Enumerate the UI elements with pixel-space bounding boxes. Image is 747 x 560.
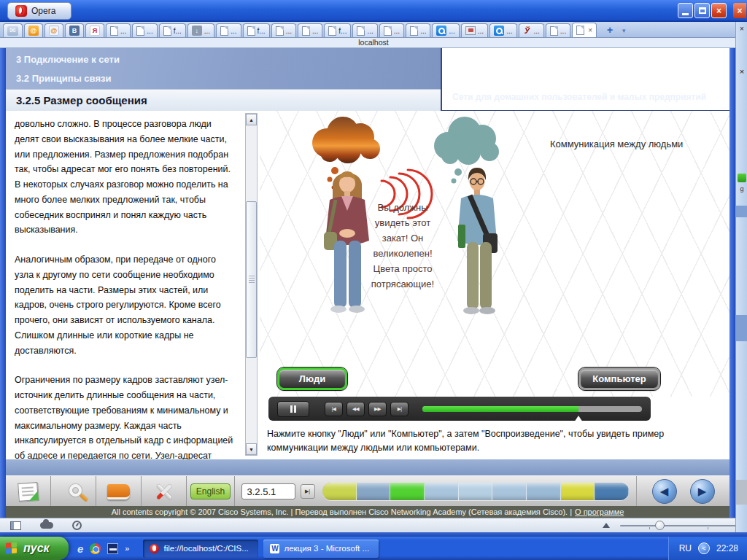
browser-tab[interactable]: ... xyxy=(546,23,570,37)
hide-icons-button[interactable]: < xyxy=(698,542,710,554)
clock[interactable]: 22:28 xyxy=(716,543,738,553)
step-back-button[interactable]: |◀ xyxy=(325,402,343,416)
language-button[interactable]: English xyxy=(190,483,231,499)
zoom-slider[interactable] xyxy=(620,521,737,531)
progress-segment[interactable] xyxy=(492,483,527,500)
new-tab-button[interactable]: + xyxy=(600,23,619,37)
scroll-down-button[interactable]: ▼ xyxy=(246,443,257,455)
zoom-slider-track[interactable] xyxy=(620,525,737,526)
language-indicator[interactable]: RU xyxy=(679,543,692,553)
close-button[interactable]: × xyxy=(711,3,727,18)
next-page-button[interactable]: ▶ xyxy=(690,479,715,504)
step-forward-button[interactable]: ▶| xyxy=(390,402,409,416)
tab-list-dropdown-icon[interactable]: ▾ xyxy=(622,27,626,37)
progress-segment[interactable] xyxy=(561,483,595,500)
browser-tab[interactable]: ✉ xyxy=(3,23,23,37)
browser-tab[interactable]: @ xyxy=(44,23,63,37)
maximize-button[interactable] xyxy=(694,3,710,18)
tab-close-icon[interactable]: × xyxy=(588,26,592,34)
about-link[interactable]: О программе xyxy=(575,508,624,516)
section-input[interactable] xyxy=(241,483,295,499)
computer-button[interactable]: Компьютер xyxy=(578,368,660,390)
tools-button[interactable] xyxy=(142,476,187,507)
browser-tab[interactable]: f... xyxy=(324,23,351,37)
panels-toggle-icon[interactable] xyxy=(10,521,21,530)
progress-segment[interactable] xyxy=(390,483,425,500)
tab-label: f... xyxy=(174,27,182,35)
corner-close-button[interactable]: × xyxy=(733,3,746,18)
panel-close-icon[interactable]: × xyxy=(736,25,747,33)
taskbar-task-word[interactable]: W лекция 3 - Microsoft ... xyxy=(263,540,379,558)
progress-segment[interactable] xyxy=(322,483,357,500)
minimize-button[interactable] xyxy=(678,3,693,18)
glossary-button[interactable] xyxy=(96,476,142,507)
panel-close-icon-2[interactable]: × xyxy=(736,67,747,76)
start-button[interactable]: пуск xyxy=(0,537,69,560)
browser-tab[interactable]: @ xyxy=(24,23,43,37)
scrollbar-thumb[interactable] xyxy=(246,201,257,358)
quick-launch-overflow-icon[interactable]: » xyxy=(125,544,129,553)
player-progress-marker[interactable] xyxy=(574,411,583,422)
browser-tab[interactable]: В xyxy=(65,23,84,37)
chrome-icon[interactable] xyxy=(90,543,101,554)
tab-icon xyxy=(550,26,558,36)
search-button[interactable] xyxy=(51,476,96,507)
taskbar-task-opera[interactable]: file://localhost/C:/CIS... xyxy=(143,540,258,558)
browser-tab[interactable]: ... xyxy=(271,23,296,37)
browser-tab[interactable]: ... xyxy=(216,23,241,37)
tab-icon xyxy=(410,26,418,36)
breadcrumb-chapter: 3 Подключение к сети xyxy=(16,54,120,65)
notes-button[interactable] xyxy=(6,476,51,507)
section-nav-cell: ▶| xyxy=(235,476,321,507)
opera-menu-button[interactable]: Opera xyxy=(7,2,71,20)
browser-tab[interactable]: f... xyxy=(159,23,186,37)
browser-tab[interactable]: ... xyxy=(432,23,459,37)
people-button[interactable]: Люди xyxy=(277,368,347,390)
browser-tab[interactable]: ... xyxy=(298,23,322,37)
browser-tab[interactable]: × xyxy=(572,23,597,37)
browser-tab[interactable]: ... xyxy=(379,23,404,37)
address-bar[interactable]: localhost xyxy=(0,38,747,48)
browser-tab[interactable]: Я xyxy=(85,23,104,37)
browser-tab[interactable]: ↓ ... xyxy=(187,23,214,37)
app-shortcut-icon[interactable] xyxy=(107,543,118,554)
browser-tab[interactable]: ... xyxy=(132,23,157,37)
ie-icon[interactable]: e xyxy=(77,542,83,555)
browser-tab[interactable]: ... xyxy=(489,23,516,37)
fast-forward-button[interactable]: ▶▶ xyxy=(368,402,387,416)
lesson-content: довольно сложно. В процессе разговора лю… xyxy=(6,111,729,459)
progress-segment[interactable] xyxy=(527,483,561,500)
browser-tab[interactable]: ... xyxy=(461,23,488,37)
pause-icon xyxy=(290,405,296,413)
rewind-button[interactable]: ◀◀ xyxy=(347,402,365,416)
browser-tab[interactable]: ... xyxy=(352,23,377,37)
tab-label: ... xyxy=(420,27,426,35)
quick-launch: e » xyxy=(69,542,138,555)
pause-button[interactable] xyxy=(277,401,309,417)
go-to-section-button[interactable]: ▶| xyxy=(301,484,315,499)
fit-width-icon[interactable] xyxy=(603,519,610,528)
scroll-up-button[interactable]: ▲ xyxy=(246,114,257,125)
zoom-slider-handle[interactable] xyxy=(655,521,665,530)
previous-page-button[interactable]: ◀ xyxy=(652,479,677,504)
browser-tab[interactable]: ... xyxy=(406,23,430,37)
notes-icon xyxy=(18,482,39,502)
opera-task-icon xyxy=(150,544,159,553)
progress-segment[interactable] xyxy=(459,483,493,500)
browser-tab[interactable]: Ў ... xyxy=(519,23,544,37)
side-panel-strip[interactable]: × × g xyxy=(735,22,747,532)
sync-cloud-icon[interactable] xyxy=(40,522,53,529)
content-footer-band xyxy=(6,459,729,475)
browser-tab[interactable]: f... xyxy=(243,23,270,37)
panel-bookmark-icon[interactable] xyxy=(738,174,746,182)
progress-segment[interactable] xyxy=(595,483,629,500)
player-progress-track[interactable] xyxy=(422,406,642,412)
course-brand-panel: CCNA Discovery Сети для домашних пользов… xyxy=(441,48,729,111)
text-scrollbar[interactable]: ▲ ▼ xyxy=(245,113,258,456)
course-progress-bar xyxy=(322,483,629,500)
turbo-gauge-icon[interactable] xyxy=(72,521,82,530)
progress-segment[interactable] xyxy=(357,483,391,500)
window-titlebar[interactable]: Opera × × xyxy=(0,0,747,22)
browser-tab[interactable]: ... xyxy=(106,23,131,37)
progress-segment[interactable] xyxy=(425,483,459,500)
